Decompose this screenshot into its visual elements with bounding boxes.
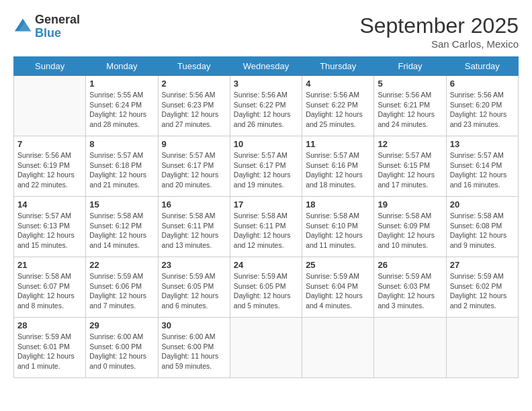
day-info: Sunrise: 5:59 AM Sunset: 6:05 PM Dayligh… [162,271,226,311]
day-number: 18 [306,199,370,210]
day-number: 16 [162,199,226,210]
day-number: 19 [378,199,442,210]
day-number: 29 [89,320,154,330]
day-number: 14 [17,199,82,210]
calendar-cell: 25Sunrise: 5:59 AM Sunset: 6:04 PM Dayli… [302,257,374,318]
calendar-cell [302,318,374,378]
calendar-body: 1Sunrise: 5:55 AM Sunset: 6:24 PM Daylig… [14,76,519,378]
calendar-cell [374,318,446,378]
logo: General Blue [13,13,80,40]
week-row-1: 1Sunrise: 5:55 AM Sunset: 6:24 PM Daylig… [14,76,519,136]
day-info: Sunrise: 5:55 AM Sunset: 6:24 PM Dayligh… [89,90,154,130]
day-number: 8 [89,139,154,149]
weekday-header-monday: Monday [86,57,158,76]
calendar-cell: 18Sunrise: 5:58 AM Sunset: 6:10 PM Dayli… [302,197,374,257]
day-number: 5 [378,79,442,89]
day-info: Sunrise: 6:00 AM Sunset: 6:00 PM Dayligh… [89,332,154,371]
weekday-header-thursday: Thursday [302,57,374,76]
day-info: Sunrise: 5:58 AM Sunset: 6:07 PM Dayligh… [17,271,82,311]
weekday-header-tuesday: Tuesday [158,57,230,76]
title-block: September 2025 San Carlos, Mexico [359,13,519,50]
day-number: 24 [234,260,298,270]
logo-blue-text: Blue [35,26,61,40]
calendar-cell: 10Sunrise: 5:57 AM Sunset: 6:17 PM Dayli… [230,136,302,197]
calendar-cell: 7Sunrise: 5:56 AM Sunset: 6:19 PM Daylig… [14,136,86,197]
calendar-cell: 5Sunrise: 5:56 AM Sunset: 6:21 PM Daylig… [374,76,446,136]
calendar-cell: 14Sunrise: 5:57 AM Sunset: 6:13 PM Dayli… [14,197,86,257]
logo-icon [13,17,32,36]
calendar-cell: 11Sunrise: 5:57 AM Sunset: 6:16 PM Dayli… [302,136,374,197]
day-number: 11 [306,139,370,149]
day-info: Sunrise: 5:56 AM Sunset: 6:22 PM Dayligh… [306,90,370,130]
day-info: Sunrise: 5:57 AM Sunset: 6:16 PM Dayligh… [306,150,370,190]
calendar-cell: 16Sunrise: 5:58 AM Sunset: 6:11 PM Dayli… [158,197,230,257]
weekday-row: SundayMondayTuesdayWednesdayThursdayFrid… [14,57,519,76]
day-number: 13 [450,139,515,149]
day-info: Sunrise: 5:56 AM Sunset: 6:20 PM Dayligh… [450,90,515,130]
weekday-header-wednesday: Wednesday [230,57,302,76]
day-number: 3 [234,79,298,89]
day-info: Sunrise: 5:59 AM Sunset: 6:05 PM Dayligh… [234,271,298,311]
day-number: 1 [89,79,154,89]
day-number: 4 [306,79,370,89]
calendar-cell: 26Sunrise: 5:59 AM Sunset: 6:03 PM Dayli… [374,257,446,318]
day-info: Sunrise: 5:58 AM Sunset: 6:10 PM Dayligh… [306,211,370,250]
day-number: 6 [450,79,515,89]
location: San Carlos, Mexico [359,38,519,50]
calendar-cell: 19Sunrise: 5:58 AM Sunset: 6:09 PM Dayli… [374,197,446,257]
week-row-3: 14Sunrise: 5:57 AM Sunset: 6:13 PM Dayli… [14,197,519,257]
calendar-header: SundayMondayTuesdayWednesdayThursdayFrid… [14,57,519,76]
calendar-cell [14,76,86,136]
day-info: Sunrise: 5:56 AM Sunset: 6:21 PM Dayligh… [378,90,442,130]
calendar-cell: 12Sunrise: 5:57 AM Sunset: 6:15 PM Dayli… [374,136,446,197]
day-info: Sunrise: 5:57 AM Sunset: 6:17 PM Dayligh… [234,150,298,190]
day-number: 15 [89,199,154,210]
calendar-cell: 9Sunrise: 5:57 AM Sunset: 6:17 PM Daylig… [158,136,230,197]
day-number: 12 [378,139,442,149]
calendar-cell: 6Sunrise: 5:56 AM Sunset: 6:20 PM Daylig… [446,76,518,136]
calendar-cell: 2Sunrise: 5:56 AM Sunset: 6:23 PM Daylig… [158,76,230,136]
calendar-cell: 13Sunrise: 5:57 AM Sunset: 6:14 PM Dayli… [446,136,518,197]
day-info: Sunrise: 5:56 AM Sunset: 6:19 PM Dayligh… [17,150,82,190]
day-info: Sunrise: 5:58 AM Sunset: 6:08 PM Dayligh… [450,211,515,250]
calendar-cell: 17Sunrise: 5:58 AM Sunset: 6:11 PM Dayli… [230,197,302,257]
day-number: 20 [450,199,515,210]
day-info: Sunrise: 5:58 AM Sunset: 6:09 PM Dayligh… [378,211,442,250]
day-info: Sunrise: 5:59 AM Sunset: 6:01 PM Dayligh… [17,332,82,371]
day-number: 23 [162,260,226,270]
day-info: Sunrise: 5:58 AM Sunset: 6:11 PM Dayligh… [162,211,226,250]
day-info: Sunrise: 6:00 AM Sunset: 6:00 PM Dayligh… [162,332,226,371]
calendar-cell: 8Sunrise: 5:57 AM Sunset: 6:18 PM Daylig… [86,136,158,197]
day-number: 30 [162,320,226,330]
weekday-header-friday: Friday [374,57,446,76]
day-number: 21 [17,260,82,270]
calendar-cell: 23Sunrise: 5:59 AM Sunset: 6:05 PM Dayli… [158,257,230,318]
calendar-cell: 21Sunrise: 5:58 AM Sunset: 6:07 PM Dayli… [14,257,86,318]
calendar-table: SundayMondayTuesdayWednesdayThursdayFrid… [13,56,519,378]
page-header: General Blue September 2025 San Carlos, … [13,13,519,50]
calendar-cell: 22Sunrise: 5:59 AM Sunset: 6:06 PM Dayli… [86,257,158,318]
day-info: Sunrise: 5:58 AM Sunset: 6:12 PM Dayligh… [89,211,154,250]
day-number: 9 [162,139,226,149]
calendar-cell [230,318,302,378]
day-info: Sunrise: 5:57 AM Sunset: 6:15 PM Dayligh… [378,150,442,190]
day-number: 27 [450,260,515,270]
day-number: 22 [89,260,154,270]
calendar-cell: 28Sunrise: 5:59 AM Sunset: 6:01 PM Dayli… [14,318,86,378]
day-info: Sunrise: 5:57 AM Sunset: 6:14 PM Dayligh… [450,150,515,190]
day-number: 26 [378,260,442,270]
calendar-cell [446,318,518,378]
day-info: Sunrise: 5:59 AM Sunset: 6:03 PM Dayligh… [378,271,442,311]
calendar-cell: 30Sunrise: 6:00 AM Sunset: 6:00 PM Dayli… [158,318,230,378]
day-number: 28 [17,320,82,330]
day-info: Sunrise: 5:57 AM Sunset: 6:13 PM Dayligh… [17,211,82,250]
week-row-5: 28Sunrise: 5:59 AM Sunset: 6:01 PM Dayli… [14,318,519,378]
logo-general-text: General [35,13,80,26]
weekday-header-saturday: Saturday [446,57,518,76]
day-info: Sunrise: 5:59 AM Sunset: 6:06 PM Dayligh… [89,271,154,311]
month-title: September 2025 [359,13,519,38]
day-number: 10 [234,139,298,149]
calendar-cell: 29Sunrise: 6:00 AM Sunset: 6:00 PM Dayli… [86,318,158,378]
calendar-cell: 20Sunrise: 5:58 AM Sunset: 6:08 PM Dayli… [446,197,518,257]
day-number: 17 [234,199,298,210]
